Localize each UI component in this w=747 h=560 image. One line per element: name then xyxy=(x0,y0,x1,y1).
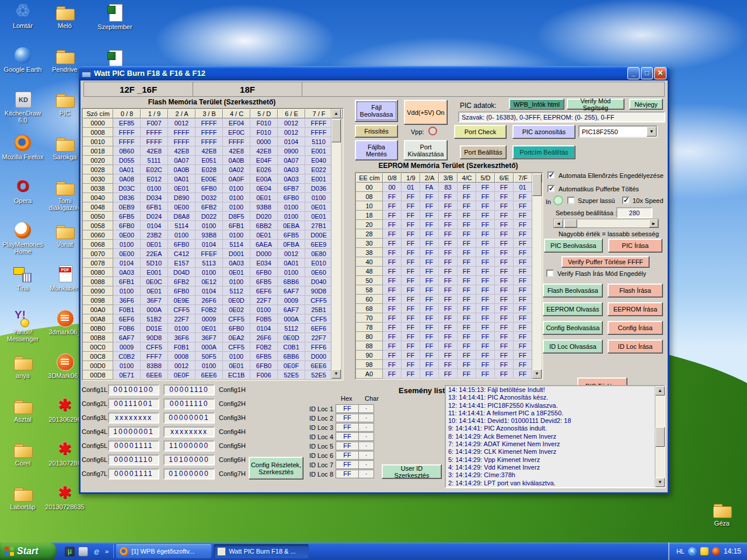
eeprom-cell[interactable]: FF xyxy=(383,239,402,248)
flash-cell[interactable]: D032 xyxy=(196,193,223,202)
flash-cell[interactable]: 0E60 xyxy=(305,268,333,277)
config-low-field[interactable]: 00111001 xyxy=(108,398,159,410)
eeprom-cell[interactable]: FF xyxy=(439,248,458,257)
flash-cell[interactable]: 5D10 xyxy=(141,258,168,268)
eeprom-cell[interactable]: FF xyxy=(420,360,439,369)
eeprom-cell[interactable]: FF xyxy=(420,220,439,229)
idloc-char-field[interactable]: · xyxy=(358,442,374,450)
eeprom-cell[interactable]: FF xyxy=(495,248,514,257)
flash-cell[interactable]: 0100 xyxy=(168,230,196,240)
flash-cell[interactable]: D03C xyxy=(113,184,141,193)
memory-write-button[interactable]: ID Loc Írása xyxy=(608,340,663,354)
eeprom-cell[interactable]: FF xyxy=(495,211,514,220)
verify-flash-mode-checkbox[interactable] xyxy=(546,270,554,277)
config-low-field[interactable]: 00001111 xyxy=(108,440,159,452)
port-select-button[interactable]: Port Kiválasztása xyxy=(404,140,448,160)
flash-cell[interactable]: 23B2 xyxy=(141,230,168,240)
flash-cell[interactable]: 0104 xyxy=(113,258,141,268)
eeprom-cell[interactable]: FF xyxy=(476,201,495,211)
flash-cell[interactable]: D001 xyxy=(223,249,250,258)
flash-cell[interactable]: D055 xyxy=(113,156,141,165)
flash-cell[interactable]: E001 xyxy=(141,268,168,277)
messenger-tray-icon[interactable] xyxy=(700,547,708,555)
scrollbar-thumb[interactable] xyxy=(532,174,542,196)
eeprom-cell[interactable]: FF xyxy=(402,248,420,257)
eeprom-cell[interactable]: FF xyxy=(420,201,439,211)
eeprom-cell[interactable]: FF xyxy=(476,211,495,220)
flash-cell[interactable]: 0100 xyxy=(223,193,250,202)
idloc-hex-field[interactable]: FF xyxy=(336,432,358,441)
flash-cell[interactable]: 0100 xyxy=(113,240,141,249)
flash-cell[interactable]: 5111 xyxy=(141,156,168,165)
flash-cell[interactable]: 0A01 xyxy=(168,174,196,184)
eeprom-cell[interactable]: FF xyxy=(402,220,420,229)
memory-write-button[interactable]: EEPROM Írása xyxy=(608,302,663,316)
flash-cell[interactable]: D034 xyxy=(141,193,168,202)
flash-cell[interactable]: 6FB0 xyxy=(168,240,196,249)
flash-cell[interactable]: 83B8 xyxy=(141,361,168,370)
flash-cell[interactable]: 0A07 xyxy=(168,156,196,165)
desktop-icon[interactable]: KitchenDraw 6.0 xyxy=(0,89,46,132)
flash-cell[interactable]: FFFF xyxy=(196,128,223,137)
eeprom-cell[interactable]: FF xyxy=(383,211,402,220)
flash-cell[interactable]: 0100 xyxy=(278,202,305,212)
eeprom-cell[interactable]: FF xyxy=(514,201,532,211)
flash-cell[interactable]: 0E80 xyxy=(305,249,333,258)
scroll-down-icon[interactable]: ▼ xyxy=(655,478,665,487)
scroll-up-icon[interactable]: ▲ xyxy=(655,386,665,396)
file-save-button[interactable]: Fájlba Mentés xyxy=(355,140,398,160)
idloc-hex-field[interactable]: FF xyxy=(336,460,358,469)
config-high-field[interactable]: 00001110 xyxy=(163,384,215,396)
flash-cell[interactable]: 6EE6 xyxy=(305,361,333,370)
flash-cell[interactable]: 6FB1 xyxy=(223,221,250,230)
flash-cell[interactable]: 0100 xyxy=(113,361,141,370)
flash-cell[interactable]: 0104 xyxy=(141,221,168,230)
config-low-field[interactable]: 00001111 xyxy=(108,468,159,480)
memory-write-button[interactable]: Flash Írása xyxy=(608,284,663,298)
flash-cell[interactable]: 0100 xyxy=(196,268,223,277)
flash-cell[interactable]: D020 xyxy=(250,212,278,221)
flash-cell[interactable]: D036 xyxy=(305,184,333,193)
port-check-button[interactable]: Port Check xyxy=(454,125,507,139)
flash-cell[interactable]: FFFF xyxy=(196,118,223,128)
flash-cell[interactable]: 0FBA xyxy=(278,240,305,249)
flash-cell[interactable]: 5114 xyxy=(168,221,196,230)
eeprom-cell[interactable]: FF xyxy=(420,369,439,379)
scroll-up-icon[interactable]: ▲ xyxy=(331,109,341,118)
config-high-field[interactable]: xxxxxxxx xyxy=(163,426,215,438)
eeprom-cell[interactable]: FF xyxy=(439,360,458,369)
eeprom-cell[interactable]: FF xyxy=(383,192,402,201)
tab-12f-16f[interactable]: 12F _16F xyxy=(84,82,193,96)
close-button[interactable]: ✕ xyxy=(654,67,666,79)
flash-cell[interactable]: 0A01 xyxy=(278,258,305,268)
chevron-down-icon[interactable]: ▼ xyxy=(647,127,657,136)
super-slow-checkbox[interactable] xyxy=(567,197,575,204)
desktop-icon[interactable]: Meló xyxy=(42,1,88,45)
flash-cell[interactable]: F010 xyxy=(250,118,278,128)
flash-cell[interactable]: 0E01 xyxy=(305,202,333,212)
flash-cell[interactable]: E010 xyxy=(305,258,333,268)
desktop-icon[interactable]: Mozilla Firefox xyxy=(0,132,46,176)
eeprom-cell[interactable]: FF xyxy=(495,257,514,267)
flash-cell[interactable]: E157 xyxy=(168,258,196,268)
flash-cell[interactable]: E026 xyxy=(250,165,278,174)
eeprom-cell[interactable]: FF xyxy=(420,239,439,248)
flash-cell[interactable]: 22EA xyxy=(141,249,168,258)
desktop-icon[interactable]: Labortáp xyxy=(0,482,46,526)
flash-cell[interactable]: D8A8 xyxy=(168,212,196,221)
pic-read-button[interactable]: PIC Beolvasása xyxy=(544,239,603,253)
config-high-field[interactable]: 11000000 xyxy=(163,440,215,452)
minimize-button[interactable]: _ xyxy=(627,67,640,79)
eeprom-cell[interactable]: FF xyxy=(514,267,532,276)
eeprom-cell[interactable]: FF xyxy=(402,192,420,201)
eeprom-cell[interactable]: FF xyxy=(514,220,532,229)
eeprom-cell[interactable]: FF xyxy=(495,201,514,211)
overflow-chevron-icon[interactable]: » xyxy=(105,548,109,555)
flash-cell[interactable]: E001 xyxy=(305,174,333,184)
eeprom-cell[interactable]: FF xyxy=(402,257,420,267)
language-indicator[interactable]: HL xyxy=(676,548,685,555)
eeprom-cell[interactable]: FF xyxy=(383,229,402,239)
eeprom-cell[interactable]: FF xyxy=(402,267,420,276)
flash-cell[interactable]: E001 xyxy=(305,146,333,156)
idloc-hex-field[interactable]: FF xyxy=(336,470,358,478)
